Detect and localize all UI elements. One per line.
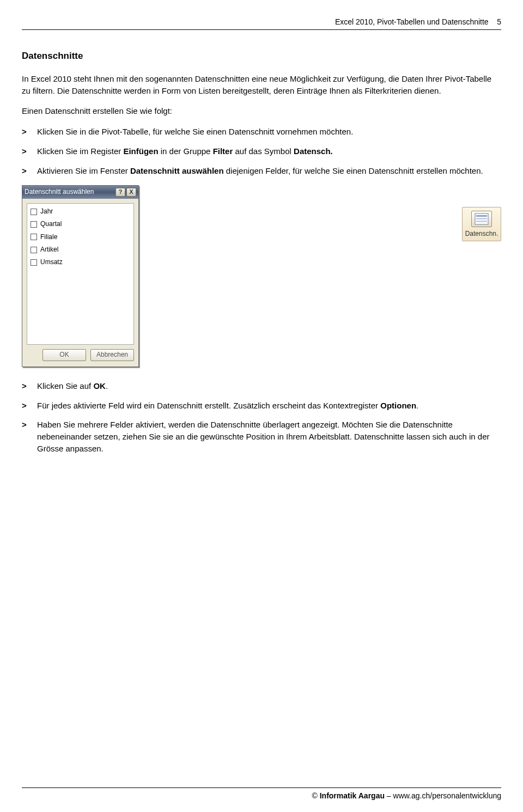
bold-term: Datensch. <box>294 146 333 156</box>
page-header: Excel 2010, Pivot-Tabellen und Datenschn… <box>22 16 501 30</box>
page-number: 5 <box>497 17 501 26</box>
list-item: > Klicken Sie in die Pivot-Tabelle, für … <box>22 126 501 138</box>
list-text: diejenigen Felder, für welche Sie einen … <box>224 166 483 175</box>
list-text: Klicken Sie auf <box>37 381 93 390</box>
slicer-icon <box>471 211 492 227</box>
page-footer: © Informatik Aargau – www.ag.ch/personal… <box>22 787 501 801</box>
checkbox-label: Quartal <box>40 219 62 229</box>
ribbon-slicer-label: Datenschn. <box>465 230 498 237</box>
checkbox[interactable] <box>31 259 37 266</box>
checkbox-row[interactable]: Filiale <box>31 233 130 242</box>
list-item: > Für jedes aktivierte Feld wird ein Dat… <box>22 400 501 412</box>
list-text: . <box>106 381 108 390</box>
bold-term: Einfügen <box>123 146 158 156</box>
checkbox-label: Filiale <box>40 233 57 242</box>
footer-url: www.ag.ch/personalentwicklung <box>393 791 501 800</box>
list-item: > Aktivieren Sie im Fenster Datenschnitt… <box>22 165 501 177</box>
list-item: > Klicken Sie auf OK. <box>22 380 501 392</box>
cancel-button[interactable]: Abbrechen <box>90 349 134 361</box>
checkbox-row[interactable]: Quartal <box>31 219 130 229</box>
list-text: in der Gruppe <box>159 146 213 156</box>
bullet-marker: > <box>22 145 27 157</box>
checkbox-label: Artikel <box>40 245 58 254</box>
doc-title: Excel 2010, Pivot-Tabellen und Datenschn… <box>335 17 489 26</box>
close-button[interactable]: X <box>126 188 136 197</box>
intro-paragraph: In Excel 2010 steht Ihnen mit den sogena… <box>22 73 501 97</box>
dialog-title: Datenschnitt auswählen <box>25 187 94 197</box>
bullet-marker: > <box>22 400 27 412</box>
checkbox[interactable] <box>31 221 37 228</box>
list-text: auf das Symbol <box>233 146 294 156</box>
help-button[interactable]: ? <box>115 188 125 197</box>
checkbox-row[interactable]: Artikel <box>31 245 130 254</box>
steps-list-1: > Klicken Sie in die Pivot-Tabelle, für … <box>22 126 501 176</box>
dialog-footer: OK Abbrechen <box>22 349 138 367</box>
svg-rect-3 <box>476 221 487 222</box>
list-item: > Haben Sie mehrere Felder aktiviert, we… <box>22 419 501 454</box>
checkbox[interactable] <box>31 209 37 215</box>
bold-term: Datenschnitt auswählen <box>130 166 224 175</box>
bullet-marker: > <box>22 126 27 138</box>
list-text: . <box>416 401 418 410</box>
list-text: Klicken Sie im Register <box>37 146 123 156</box>
dialog-body: Jahr Quartal Filiale Artikel Umsatz <box>27 203 134 345</box>
list-text: Haben Sie mehrere Felder aktiviert, werd… <box>37 420 490 453</box>
footer-sep: – <box>385 791 393 800</box>
ok-button[interactable]: OK <box>42 349 86 361</box>
checkbox[interactable] <box>31 247 37 253</box>
steps-list-2: > Klicken Sie auf OK. > Für jedes aktivi… <box>22 380 501 455</box>
list-text: Aktivieren Sie im Fenster <box>37 166 130 175</box>
checkbox-label: Jahr <box>40 207 53 216</box>
bold-term: Filter <box>213 146 233 156</box>
ribbon-slicer-button[interactable]: Datenschn. <box>462 207 501 241</box>
bullet-marker: > <box>22 380 27 392</box>
lead-sentence: Einen Datenschnitt erstellen Sie wie fol… <box>22 105 501 117</box>
svg-rect-1 <box>476 215 487 217</box>
list-text: Klicken Sie in die Pivot-Tabelle, für we… <box>37 127 353 136</box>
slicer-select-dialog: Datenschnitt auswählen ? X Jahr Quartal … <box>22 185 139 367</box>
bold-term: OK <box>93 381 106 390</box>
bullet-marker: > <box>22 165 27 177</box>
checkbox-row[interactable]: Umsatz <box>31 258 130 267</box>
checkbox-label: Umsatz <box>40 258 63 267</box>
checkbox[interactable] <box>31 234 37 240</box>
footer-org: Informatik Aargau <box>320 791 385 800</box>
dialog-titlebar: Datenschnitt auswählen ? X <box>22 186 138 198</box>
checkbox-row[interactable]: Jahr <box>31 207 130 216</box>
bold-term: Optionen <box>380 401 416 410</box>
list-item: > Klicken Sie im Register Einfügen in de… <box>22 145 501 157</box>
footer-copy: © <box>312 791 319 800</box>
svg-rect-2 <box>476 218 487 219</box>
list-text: Für jedes aktivierte Feld wird ein Daten… <box>37 401 380 410</box>
bullet-marker: > <box>22 419 27 431</box>
section-title: Datenschnitte <box>22 50 501 63</box>
